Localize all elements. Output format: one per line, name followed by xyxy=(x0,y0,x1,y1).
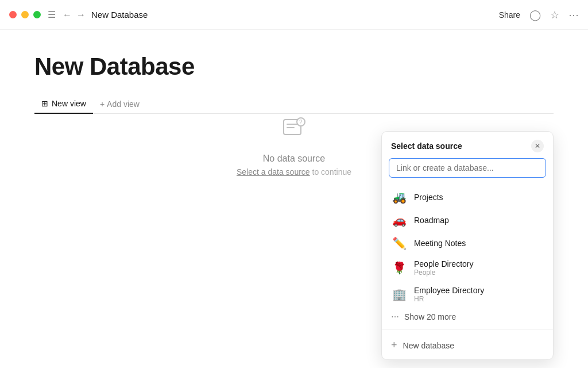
titlebar: ☰ ← → New Database Share ◯ ☆ ⋯ xyxy=(0,0,588,30)
meeting-notes-emoji: ✏️ xyxy=(391,236,407,250)
dropdown-list: 🚜 Projects 🚗 Roadmap ✏️ Meeting Notes xyxy=(382,183,553,359)
item-info: Roadmap xyxy=(414,216,449,225)
people-directory-emoji: 🌹 xyxy=(391,261,407,275)
new-database-label: New database xyxy=(403,341,455,350)
close-panel-button[interactable]: ✕ xyxy=(531,140,544,152)
maximize-button[interactable] xyxy=(33,11,41,18)
item-sub: HR xyxy=(414,295,484,303)
item-name: Projects xyxy=(414,193,443,202)
history-icon[interactable]: ◯ xyxy=(529,9,541,21)
show-more-label: Show 20 more xyxy=(404,312,456,321)
search-input[interactable] xyxy=(389,158,546,178)
select-data-source-panel: Select data source ✕ 🚜 Projects 🚗 Roadma… xyxy=(381,131,554,360)
no-data-icon: ? xyxy=(280,114,308,147)
no-data-title: No data source xyxy=(263,154,326,164)
select-data-source-link[interactable]: Select a data source xyxy=(237,167,310,177)
titlebar-actions: Share ◯ ☆ ⋯ xyxy=(499,9,579,21)
svg-text:?: ? xyxy=(299,119,303,125)
list-item[interactable]: 🌹 People Directory People xyxy=(382,255,553,281)
list-item[interactable]: 🚗 Roadmap xyxy=(382,209,553,232)
more-options-icon[interactable]: ⋯ xyxy=(568,9,579,21)
item-name: Roadmap xyxy=(414,216,449,225)
add-view-label: Add view xyxy=(107,99,140,109)
main-content: New Database ⊞ New view + Add view ? No … xyxy=(0,30,588,368)
list-item[interactable]: 🚜 Projects xyxy=(382,186,553,209)
tab-new-view[interactable]: ⊞ New view xyxy=(34,94,93,114)
traffic-lights xyxy=(9,11,41,18)
dropdown-header: Select data source ✕ xyxy=(382,132,553,158)
no-data-subtitle: Select a data source to continue xyxy=(237,167,351,177)
plus-icon: + xyxy=(391,339,397,351)
item-info: Projects xyxy=(414,193,443,202)
item-name: Meeting Notes xyxy=(414,239,466,248)
hamburger-icon[interactable]: ☰ xyxy=(48,9,56,20)
tabs-bar: ⊞ New view + Add view xyxy=(34,94,554,114)
no-data-subtitle-after: to continue xyxy=(310,167,351,177)
minimize-button[interactable] xyxy=(21,11,29,18)
list-item[interactable]: ✏️ Meeting Notes xyxy=(382,232,553,255)
new-database-button[interactable]: + New database xyxy=(382,334,553,357)
titlebar-title: New Database xyxy=(91,10,499,20)
item-info: People Directory People xyxy=(414,259,474,277)
item-name: Employee Directory xyxy=(414,286,484,295)
table-icon: ⊞ xyxy=(41,99,48,108)
list-item[interactable]: 🏢 Employee Directory HR xyxy=(382,281,553,308)
tab-label: New view xyxy=(52,99,86,108)
nav-arrows: ← → xyxy=(63,10,86,20)
ellipsis-icon: ⋯ xyxy=(391,312,400,321)
item-name: People Directory xyxy=(414,259,474,269)
dropdown-title: Select data source xyxy=(391,141,462,151)
projects-emoji: 🚜 xyxy=(391,190,407,204)
item-info: Employee Directory HR xyxy=(414,286,484,303)
back-arrow-icon[interactable]: ← xyxy=(63,10,72,20)
employee-directory-emoji: 🏢 xyxy=(391,288,407,301)
share-button[interactable]: Share xyxy=(499,10,520,20)
item-info: Meeting Notes xyxy=(414,239,466,248)
search-wrapper xyxy=(382,158,553,183)
page-title: New Database xyxy=(34,53,554,80)
forward-arrow-icon[interactable]: → xyxy=(76,10,86,20)
close-button[interactable] xyxy=(9,11,17,18)
divider xyxy=(382,329,553,330)
main-area: ? No data source Select a data source to… xyxy=(34,114,554,368)
show-more-button[interactable]: ⋯ Show 20 more xyxy=(382,308,553,326)
star-icon[interactable]: ☆ xyxy=(550,9,559,21)
roadmap-emoji: 🚗 xyxy=(391,213,407,227)
add-view-button[interactable]: + Add view xyxy=(93,95,146,113)
plus-icon: + xyxy=(100,99,105,109)
item-sub: People xyxy=(414,269,474,277)
